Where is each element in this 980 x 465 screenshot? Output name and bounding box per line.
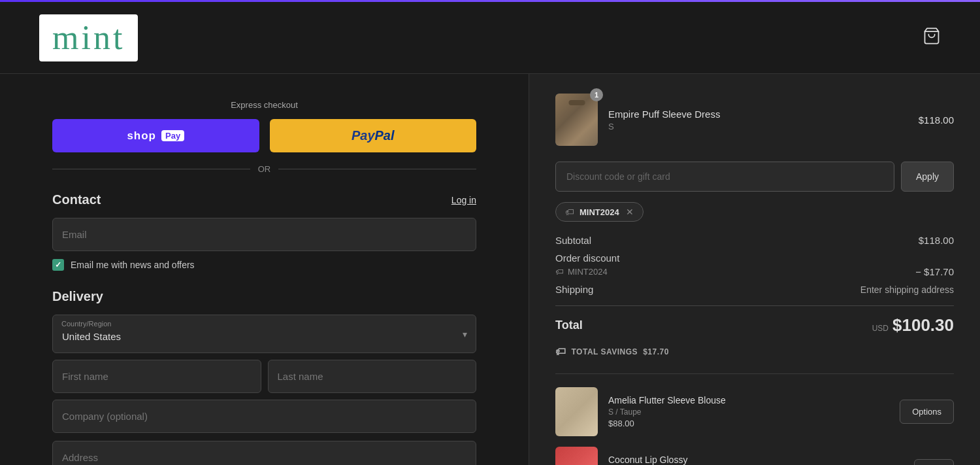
discount-coupon-sub: 🏷 MINT2024	[555, 267, 608, 277]
upsell-name-1: Coconut Lip Glossy	[608, 455, 904, 465]
main-layout: Express checkout shop Pay PayPal OR Cont…	[0, 74, 980, 465]
upsell-options-button-0[interactable]: Options	[900, 400, 954, 424]
product-item: 1 Empire Puff Sleeve Dress S $118.00	[555, 94, 954, 146]
discount-input[interactable]	[555, 162, 894, 192]
applied-coupon-tag: 🏷 MINT2024 ✕	[555, 202, 644, 222]
order-discount-detail: 🏷 MINT2024 − $17.70	[555, 266, 954, 277]
header: mint	[0, 2, 980, 74]
shipping-label: Shipping	[555, 284, 593, 295]
right-panel: 1 Empire Puff Sleeve Dress S $118.00 App…	[529, 74, 980, 465]
contact-title: Contact	[52, 192, 101, 207]
express-checkout-label: Express checkout	[52, 100, 476, 110]
email-checkbox[interactable]: ✓	[52, 259, 64, 271]
shop-pay-button[interactable]: shop Pay	[52, 119, 259, 152]
logo-text: mint	[52, 21, 125, 55]
address-input[interactable]	[52, 441, 476, 465]
country-label: Country/Region	[61, 320, 111, 328]
contact-header: Contact Log in	[52, 192, 476, 207]
last-name-input[interactable]	[268, 360, 477, 393]
total-price-wrapper: USD $100.30	[872, 315, 954, 336]
company-input[interactable]	[52, 400, 476, 433]
savings-badge: 🏷 TOTAL SAVINGS $17.70	[555, 346, 954, 358]
total-row: Total USD $100.30	[555, 305, 954, 336]
email-opt-in-row: ✓ Email me with news and offers	[52, 259, 476, 271]
login-link[interactable]: Log in	[451, 195, 476, 205]
paypal-button[interactable]: PayPal	[270, 119, 477, 152]
subtotal-value: $118.00	[919, 235, 954, 246]
discount-input-row: Apply	[555, 162, 954, 192]
order-discount-label: Order discount	[555, 252, 619, 264]
upsell-price-0: $88.00	[608, 419, 889, 428]
paypal-label: PayPal	[351, 128, 395, 143]
express-buttons: shop Pay PayPal	[52, 119, 476, 152]
shipping-value: Enter shipping address	[860, 284, 954, 295]
total-amount: $100.30	[892, 315, 954, 336]
name-row	[52, 360, 476, 393]
upsell-image-blouse	[555, 387, 598, 436]
shipping-row: Shipping Enter shipping address	[555, 284, 954, 295]
upsell-info-0: Amelia Flutter Sleeve Blouse S / Taupe $…	[608, 395, 889, 428]
coupon-remove-button[interactable]: ✕	[626, 207, 634, 217]
shop-pay-label: shop	[127, 129, 156, 143]
upsell-item-1: Coconut Lip Glossy 0.3 OZ $15.00 Add	[555, 447, 954, 465]
apply-button[interactable]: Apply	[901, 162, 954, 192]
checkmark-icon: ✓	[55, 260, 61, 269]
coupon-icon: 🏷	[565, 207, 574, 217]
order-discount-section: Order discount 🏷 MINT2024 − $17.70	[555, 252, 954, 277]
country-select-wrapper: Country/Region United States ▾	[52, 315, 476, 353]
order-discount-label-row: Order discount	[555, 252, 954, 264]
total-label: Total	[555, 319, 583, 332]
shop-pay-badge: Pay	[161, 130, 184, 141]
product-variant: S	[608, 122, 908, 131]
upsell-add-button-1[interactable]: Add	[914, 459, 954, 465]
discount-coupon-code: MINT2024	[568, 267, 608, 277]
coupon-code: MINT2024	[580, 207, 619, 217]
product-image-wrapper: 1	[555, 94, 598, 146]
upsell-item-0: Amelia Flutter Sleeve Blouse S / Taupe $…	[555, 387, 954, 436]
upsell-info-1: Coconut Lip Glossy 0.3 OZ $15.00	[608, 455, 904, 465]
savings-icon: 🏷	[555, 346, 566, 358]
product-price: $118.00	[919, 114, 954, 126]
discount-coupon-icon: 🏷	[555, 267, 564, 277]
product-image	[555, 94, 598, 146]
delivery-section: Delivery Country/Region United States ▾	[52, 289, 476, 465]
upsell-image-lip	[555, 447, 598, 465]
upsell-variant-0: S / Taupe	[608, 407, 889, 417]
savings-amount: $17.70	[643, 347, 669, 356]
left-panel: Express checkout shop Pay PayPal OR Cont…	[0, 74, 529, 465]
subtotal-label: Subtotal	[555, 235, 591, 246]
email-checkbox-label: Email me with news and offers	[71, 260, 195, 270]
subtotal-row: Subtotal $118.00	[555, 235, 954, 246]
discount-amount: − $17.70	[915, 266, 954, 277]
cart-button[interactable]	[923, 27, 941, 49]
email-input[interactable]	[52, 218, 476, 251]
delivery-title: Delivery	[52, 289, 103, 304]
country-select[interactable]: United States	[52, 315, 476, 353]
product-info: Empire Puff Sleeve Dress S	[608, 109, 908, 131]
panel-divider	[555, 373, 954, 374]
delivery-header: Delivery	[52, 289, 476, 304]
product-badge: 1	[590, 88, 603, 101]
savings-label: TOTAL SAVINGS	[572, 347, 638, 356]
first-name-input[interactable]	[52, 360, 261, 393]
upsell-name-0: Amelia Flutter Sleeve Blouse	[608, 395, 889, 405]
dress-image	[555, 94, 598, 146]
or-divider: OR	[52, 164, 476, 174]
logo: mint	[39, 14, 138, 61]
contact-section: Contact Log in ✓ Email me with news and …	[52, 192, 476, 271]
product-name: Empire Puff Sleeve Dress	[608, 109, 908, 120]
total-currency: USD	[872, 324, 889, 333]
or-text: OR	[258, 164, 271, 174]
